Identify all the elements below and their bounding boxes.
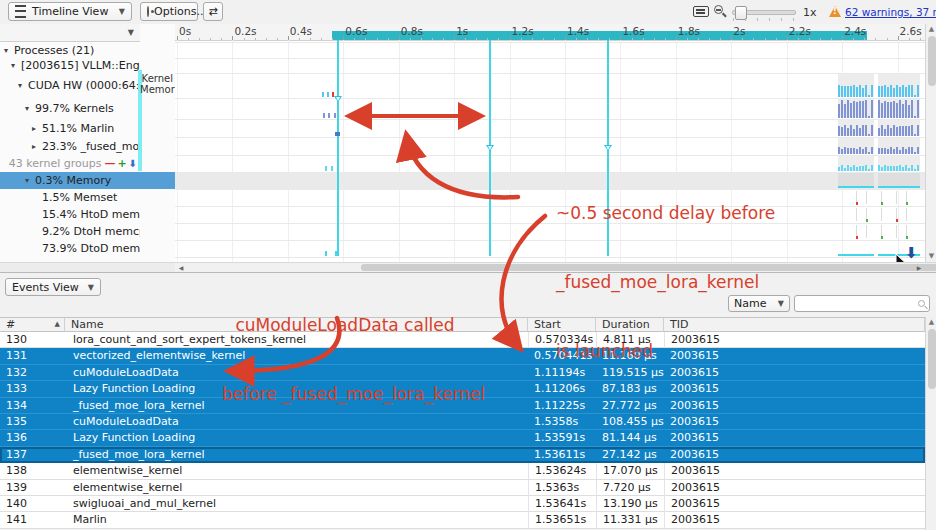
events-vertical-scrollbar[interactable]: ▲ — [925, 317, 936, 530]
ruler-minor-tick — [210, 38, 211, 40]
ruler-minor-tick — [465, 38, 466, 40]
lane-label: Kernel Memory — [140, 73, 173, 95]
tree-row-processes-21[interactable]: ▾Processes (21) — [0, 42, 140, 58]
events-scroll-thumb[interactable] — [928, 329, 936, 389]
tree-row-73-9-dtod-memcpy[interactable]: 73.9% DtoD memcpy — [0, 240, 140, 257]
kernels-hist — [890, 102, 892, 118]
ruler-minor-tick — [875, 38, 876, 40]
kernel-groups-hist — [887, 166, 889, 171]
cell-num: 135 — [0, 414, 65, 430]
timeline-vertical-scrollbar[interactable]: ▲ ▼ — [925, 24, 936, 262]
ruler-minor-tick — [909, 38, 910, 40]
zoom-out-icon[interactable] — [714, 5, 723, 14]
sparse-activity-mark — [331, 166, 333, 171]
tree-row-23-3-fused-moe-lo[interactable]: ▸23.3% _fused_moe_lo⬇ — [0, 137, 140, 155]
event-row-139[interactable]: 139elementwise_kernel1.5363s7.720 µs2003… — [0, 480, 925, 496]
cell-tid: 2003615 — [664, 398, 925, 414]
kernels-hist — [914, 116, 916, 118]
tree-row-2003615-vllm-enginecore[interactable]: ▾[2003615] VLLM::EngineCore — [0, 58, 140, 73]
timeline-canvas[interactable]: 0s0.2s0.4s0.6s0.8s1s1.2s1.4s1.6s1.8s2s2.… — [175, 24, 925, 262]
fused-moe-hist — [878, 148, 880, 154]
marlin-hist — [868, 134, 870, 136]
kernel-groups-hist — [908, 168, 910, 171]
scroll-down-icon[interactable]: ▼ — [926, 251, 936, 262]
event-row-138[interactable]: 138elementwise_kernel1.53624s17.070 µs20… — [0, 463, 925, 479]
tree-header-menu-icon[interactable]: ▼ — [128, 28, 134, 37]
timeline-section: ▼ ▾Processes (21)▾[2003615] VLLM::Engine… — [0, 24, 936, 262]
ruler-minor-tick — [853, 38, 854, 40]
cell-tid: 2003615 — [664, 496, 925, 512]
kernels-hist — [884, 101, 886, 118]
cuda-kernel-hist — [890, 85, 892, 97]
timeline-scroll-thumb[interactable] — [928, 36, 936, 86]
collapsed-icon[interactable]: ▸ — [32, 124, 42, 133]
marlin-hist — [856, 125, 858, 136]
expanded-icon[interactable]: ▾ — [25, 104, 35, 113]
tree-row-cuda-hw-0000-64-00-0-n[interactable]: ▾CUDA HW (0000:64:00.0 - N — [0, 73, 140, 98]
sparse-activity-mark — [325, 251, 327, 256]
tree-row-99-7-kernels[interactable]: ▾99.7% Kernels — [0, 98, 140, 119]
cell-name: Lazy Function Loading — [65, 430, 528, 446]
warnings-messages-link[interactable]: 62 warnings, 37 messages — [845, 6, 936, 18]
events-view-selector[interactable]: Events View ▼ — [5, 278, 101, 296]
add-group-icon[interactable]: + — [117, 157, 126, 170]
cuda-kernel-hist — [847, 86, 849, 97]
tree-row-label: 73.9% DtoD memcpy — [42, 242, 140, 255]
cuda-kernel-hist — [884, 85, 886, 97]
expanded-icon[interactable]: ▾ — [25, 176, 35, 185]
hairline — [896, 225, 897, 238]
kernels-hist — [902, 104, 904, 118]
memory-baseline — [878, 186, 920, 188]
tree-row-51-1-marlin[interactable]: ▸51.1% Marlin — [0, 119, 140, 137]
tree-row-15-4-htod-memcpy[interactable]: 15.4% HtoD memcpy — [0, 206, 140, 223]
collapsed-icon[interactable]: ▸ — [32, 142, 42, 151]
kernels-hist — [844, 104, 846, 118]
event-dot — [881, 202, 883, 205]
tree-row-43-kernel-groups[interactable]: 43 kernel groups—+⬇ — [0, 155, 140, 172]
marlin-hist — [850, 125, 852, 136]
kernels-hist — [841, 100, 843, 118]
event-dot — [856, 236, 858, 239]
events-search-input[interactable] — [794, 295, 930, 312]
event-row-136[interactable]: 136Lazy Function Loading1.53591s81.144 µ… — [0, 430, 925, 446]
kernel-groups-hist — [859, 166, 861, 171]
cuda-kernel-hist — [899, 87, 901, 97]
ruler-tick-label: 1.4s — [567, 25, 589, 37]
event-row-140[interactable]: 140swigluoai_and_mul_kernel1.53641s13.19… — [0, 496, 925, 512]
kernels-hist — [862, 101, 864, 118]
expanded-icon[interactable]: ▾ — [4, 46, 14, 55]
timeline-view-selector[interactable]: Timeline View ▼ — [8, 2, 132, 21]
ruler-minor-tick — [299, 38, 300, 40]
ruler-minor-tick — [665, 38, 666, 40]
tree-row-0-3-memory[interactable]: ▾0.3% Memory — [0, 172, 140, 189]
event-row-137[interactable]: 137_fused_moe_lora_kernel1.53611s27.142 … — [0, 447, 925, 463]
scroll-up-icon[interactable]: ▲ — [926, 317, 936, 328]
timeline-cursor-line[interactable] — [337, 40, 339, 256]
options-button[interactable]: Options... — [140, 2, 198, 21]
row-separator — [175, 155, 925, 156]
hairline — [881, 208, 882, 221]
scroll-up-icon[interactable]: ▲ — [926, 24, 936, 35]
column-header-num[interactable]: # ▲ — [0, 318, 65, 331]
swap-rows-button[interactable]: ⇄ — [203, 2, 223, 21]
cell-start: 1.5363s — [528, 480, 596, 496]
tree-row-9-2-dtoh-memcpy[interactable]: 9.2% DtoH memcpy — [0, 223, 140, 240]
expanded-icon[interactable]: ▾ — [11, 61, 21, 70]
timeline-ruler[interactable]: 0s0.2s0.4s0.6s0.8s1s1.2s1.4s1.6s1.8s2s2.… — [175, 24, 925, 41]
remove-group-icon[interactable]: — — [104, 157, 115, 170]
marlin-hist — [838, 126, 840, 136]
expanded-icon[interactable]: ▾ — [18, 81, 28, 90]
pin-row-icon[interactable]: ⬇ — [129, 158, 137, 169]
keyboard-icon[interactable] — [693, 6, 709, 17]
fused-moe-hist — [881, 148, 883, 154]
tree-row-label: 1.5% Memset — [42, 191, 117, 204]
kernel-groups-hist — [902, 167, 904, 171]
tree-row-1-5-memset[interactable]: 1.5% Memset — [0, 189, 140, 206]
kernels-hist — [893, 101, 895, 118]
tree-row-label: 15.4% HtoD memcpy — [42, 208, 140, 221]
event-row-141[interactable]: 141Marlin1.53651s11.331 µs2003615 — [0, 512, 925, 528]
timeline-horizontal-scrollbar[interactable]: ◀ ▶ — [0, 262, 936, 272]
zoom-slider[interactable] — [732, 10, 796, 15]
fused-moe-hist — [914, 152, 916, 154]
kernels-hist — [859, 101, 861, 118]
